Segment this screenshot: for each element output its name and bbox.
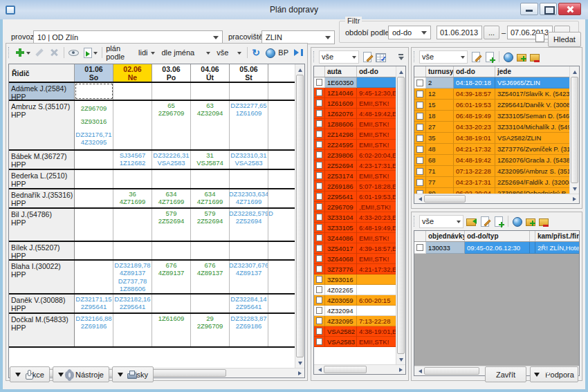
orders-edit-button[interactable] (479, 214, 490, 228)
shift-checkbox[interactable] (416, 124, 423, 131)
podpora-button[interactable]: Podpora (530, 366, 578, 382)
plan-mode-select[interactable]: lidi (136, 46, 157, 59)
scroll-up-arrow[interactable] (295, 64, 304, 74)
driver-label-cell[interactable]: Bílek J.(55207)HPP (9, 242, 75, 259)
time-button[interactable] (265, 46, 276, 59)
car-checkbox[interactable] (316, 276, 322, 283)
schedule-cell[interactable]: DZ32171,152Z95641 (75, 295, 113, 312)
day-column-header[interactable]: 02.06Ne (113, 64, 152, 82)
car-row[interactable]: 2Z956416:01-19:53,EM (314, 192, 396, 202)
refresh-button[interactable] (250, 46, 263, 59)
scroll-thumb[interactable] (424, 367, 479, 375)
car-oddo-cell[interactable]: EMI!,STK! (357, 140, 396, 150)
car-row[interactable]: 3Z331056:48-19:49,EM (314, 223, 396, 233)
schedule-cell[interactable]: SJ345671Z12682 (113, 151, 152, 169)
car-oddo-cell[interactable]: 9:45-12:30,EM (357, 88, 396, 98)
car-row[interactable]: 3Z64068EMI!,STK! (314, 254, 396, 264)
car-id-cell[interactable]: 3Z54017 (325, 243, 357, 254)
car-oddo-cell[interactable] (357, 77, 396, 88)
schedule-cell[interactable] (230, 83, 268, 100)
day-column-header[interactable]: 01.06So (75, 64, 113, 82)
schedule-cell[interactable]: 1Z61609 (152, 314, 191, 346)
order-checkbox[interactable] (416, 244, 423, 251)
minimize-button[interactable] (520, 3, 538, 15)
scroll-down-arrow[interactable] (295, 358, 304, 368)
car-oddo-cell[interactable]: EMI!,STK! (357, 171, 396, 181)
obdobi-select[interactable]: od-do (388, 26, 431, 39)
schedule-cell[interactable] (113, 170, 152, 188)
scroll-left-arrow[interactable] (414, 366, 424, 376)
shift-number-cell[interactable]: 18 (426, 111, 454, 122)
car-id-cell[interactable]: 1Z88606 (325, 119, 357, 129)
car-checkbox[interactable] (316, 214, 322, 221)
scroll-left-arrow[interactable] (414, 194, 424, 204)
search-button[interactable]: Hledat (548, 32, 581, 47)
schedule-cell[interactable] (230, 242, 268, 259)
shift-oddo-cell[interactable]: 07:13-22:28 (454, 166, 495, 177)
car-id-cell[interactable]: 3Z33104 (325, 212, 357, 223)
car-oddo-cell[interactable]: 4:38-19:01,EM (357, 326, 396, 337)
shift-jede-cell[interactable]: 4Z32095/Ambruz S. (35107 (495, 166, 569, 177)
car-row[interactable]: 3Z44086EMI!,STK! (314, 233, 396, 243)
car-id-cell[interactable]: 2Z39806 (325, 150, 357, 160)
close-button[interactable] (558, 3, 581, 15)
shifts-vertical-scrollbar[interactable] (569, 66, 579, 194)
scroll-right-arrow[interactable] (396, 365, 405, 375)
car-row[interactable]: 1Z140469:45-12:30,EM (314, 88, 396, 98)
shift-jede-cell[interactable]: 1Z62076/Gracla J. (54384) (495, 155, 569, 166)
shift-checkbox[interactable] (416, 168, 423, 175)
car-checkbox[interactable] (316, 100, 322, 106)
driver-label-cell[interactable]: Bednařík J.(35316)HPP (9, 189, 75, 207)
schedule-cell[interactable] (268, 83, 295, 100)
cars-vertical-scrollbar[interactable] (396, 66, 405, 364)
shift-row[interactable]: 2704:33-20:233Z33104/Michalík J. (54970 (414, 122, 569, 133)
toolbar-grip[interactable] (313, 51, 315, 62)
export-button[interactable] (82, 46, 98, 59)
car-oddo-cell[interactable]: 4:33-20:23,EM (357, 212, 396, 223)
schedule-cell[interactable] (75, 83, 113, 100)
driver-row[interactable]: Bil J.(54786)HPP5792Z526945792Z52694DZ32… (9, 209, 295, 242)
schedule-cell[interactable]: DZ32226,31VSA2583 (152, 151, 191, 169)
driver-label-cell[interactable]: Adámek J.(2584)HPP (9, 83, 75, 100)
schedule-cell[interactable] (191, 295, 230, 312)
schedule-cell[interactable] (191, 242, 230, 259)
car-checkbox[interactable] (316, 151, 322, 158)
schedule-cell[interactable]: DZ32282,5792Z52694 (230, 209, 268, 241)
shift-jede-cell[interactable]: VSJ6965/ZLIN (495, 77, 569, 88)
shift-oddo-cell[interactable]: 04:18-20:18 (454, 77, 495, 88)
car-id-cell[interactable]: 3Z44086 (325, 233, 357, 243)
driver-row[interactable]: Bederka L.(2510)HPP (9, 170, 295, 189)
car-oddo-cell[interactable]: 4:39-18:57,EM (357, 243, 396, 254)
driver-row[interactable]: Bábek M.(36727)HPPSJ345671Z12682DZ32226,… (9, 151, 295, 170)
shift-number-cell[interactable]: 27 (426, 122, 454, 133)
car-oddo-cell[interactable]: 6:48-19:49,EM (357, 223, 396, 233)
schedule-cell[interactable] (268, 170, 295, 188)
driver-row[interactable]: Bednařík J.(35316)HPP364Z716996344Z71699… (9, 189, 295, 209)
scroll-left-arrow[interactable] (314, 365, 324, 375)
orders-remove-button[interactable] (538, 214, 549, 228)
shifts-assign-button[interactable] (516, 50, 527, 64)
day-column-header[interactable]: 04.06Út (191, 64, 230, 82)
schedule-cell[interactable]: 634Z32094 (191, 101, 230, 149)
car-row[interactable]: 4Z030596:00-20:15 (314, 295, 396, 306)
car-row[interactable]: 2Z14298EMI!,STK! (314, 129, 396, 140)
car-oddo-cell[interactable]: 5:07-18:28,EM (357, 181, 396, 192)
car-row[interactable]: 1Z88606EMI!,STK! (314, 119, 396, 129)
driver-label-cell[interactable]: Bederka L.(2510)HPP (9, 170, 75, 188)
car-id-cell[interactable]: VSA2583 (325, 337, 357, 347)
shift-oddo-cell[interactable]: 06:02-20:04 (454, 188, 495, 194)
car-id-cell[interactable]: 2Z14298 (325, 129, 357, 140)
schedule-cell[interactable]: 2Z967093Z93016DZ32176,714Z32095 (75, 101, 113, 149)
shift-jede-cell[interactable]: 2Z95641/Daněk V. (30088) (495, 100, 569, 111)
toolbar-grip[interactable] (414, 51, 416, 62)
car-id-cell[interactable]: 3Z33105 (325, 223, 357, 233)
car-checkbox[interactable] (316, 120, 322, 127)
schedule-cell[interactable]: DZ32277,651Z61609 (230, 101, 268, 149)
schedule-cell[interactable] (268, 189, 295, 207)
schedule-vertical-scrollbar[interactable] (295, 64, 304, 368)
car-id-cell[interactable]: 1Z14046 (325, 88, 357, 98)
shift-number-cell[interactable]: 35 (426, 133, 454, 144)
shift-oddo-cell[interactable]: 06:01-19:53 (454, 100, 495, 111)
shift-checkbox[interactable] (416, 179, 423, 186)
car-row[interactable]: 2Z691865:07-18:28,EM (314, 181, 396, 192)
